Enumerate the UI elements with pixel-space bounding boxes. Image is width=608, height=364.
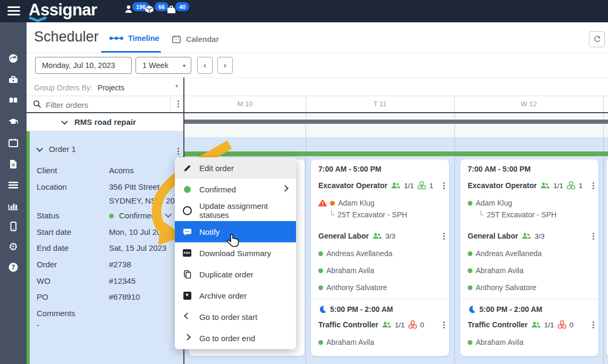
bar-chart-icon[interactable] xyxy=(7,200,19,211)
column-header-m10: M 10 xyxy=(184,96,306,112)
range-select[interactable]: 1 Week ▾ xyxy=(136,57,191,74)
worker-name[interactable]: Abraham Avila xyxy=(476,338,523,346)
project-group-bar[interactable] xyxy=(184,120,608,124)
worker-name[interactable]: Andreas Avellaneda xyxy=(476,249,542,258)
crew-count: 3/3 xyxy=(385,232,395,240)
field-value: SYDNEY, NSW 2000 xyxy=(109,196,184,205)
toolbox-icon[interactable] xyxy=(7,74,19,86)
menu-item-archive-order[interactable]: Archive order xyxy=(175,285,296,306)
field-label: Client xyxy=(37,166,57,175)
role-kebab-icon[interactable] xyxy=(593,324,594,326)
phone-icon[interactable] xyxy=(7,221,19,232)
day-card-t11[interactable]: 7:00 AM - 5:00 PM Excavator Operator 1/1… xyxy=(311,159,449,356)
menu-item-go-to-order-end[interactable]: Go to order end xyxy=(175,327,296,349)
chevron-down-icon[interactable] xyxy=(61,118,68,125)
field-value: #678910 xyxy=(109,292,140,301)
group-orders-by[interactable]: Group Orders By: Projects xyxy=(34,83,124,92)
role-kebab-icon[interactable] xyxy=(443,235,445,237)
equipment-count: 1 xyxy=(579,182,583,190)
group-orders-by-label: Group Orders By: xyxy=(34,83,92,92)
shift-time: 7:00 AM - 5:00 PM xyxy=(468,165,531,173)
crew-icon xyxy=(382,321,392,328)
prev-week-button[interactable]: ‹ xyxy=(197,57,213,74)
refresh-icon xyxy=(593,36,601,44)
equipment-icon xyxy=(567,181,576,190)
role-kebab-icon[interactable] xyxy=(443,185,445,187)
tab-calendar[interactable]: Calendar xyxy=(171,34,219,45)
order-duration-bar[interactable] xyxy=(184,151,608,156)
field-value: Mon, 10 Jul 2023 xyxy=(109,227,170,236)
next-week-button[interactable]: › xyxy=(217,57,233,74)
worker-name[interactable]: Abraham Avila xyxy=(326,266,374,275)
day-card-w12[interactable]: 7:00 AM - 5:00 PM Excavator Operator 1/1… xyxy=(460,159,598,356)
order-kebab-icon[interactable] xyxy=(178,150,179,152)
field-value: #12345 xyxy=(109,276,136,285)
group-by-caret-icon[interactable]: ▾ xyxy=(175,83,178,89)
equipment-alert-icon xyxy=(408,320,417,329)
archive-icon xyxy=(175,292,199,300)
worker-name[interactable]: Adam Klug xyxy=(338,199,374,207)
menu-item-update-assignment-statuses[interactable]: Update assignment statuses xyxy=(175,200,296,221)
crew-icon xyxy=(540,182,550,189)
role-kebab-icon[interactable] xyxy=(443,324,445,326)
cube-icon[interactable] xyxy=(145,5,154,14)
range-select-value: 1 Week xyxy=(142,61,168,70)
jobs-count-badge[interactable]: 40 xyxy=(174,1,190,12)
status-dot-green-icon xyxy=(175,186,199,193)
menu-item-download-summary[interactable]: PDF Download Summary xyxy=(175,242,296,264)
role-name: Excavator Operator xyxy=(318,181,387,190)
top-bar: Assignar 196 66 40 xyxy=(0,0,608,22)
role-kebab-icon[interactable] xyxy=(593,185,594,187)
field-label: Start date xyxy=(37,227,71,236)
menu-item-go-to-order-start[interactable]: Go to order start xyxy=(175,306,296,327)
role-name: Traffic Controller xyxy=(468,320,528,329)
menu-item-confirmed[interactable]: Confirmed xyxy=(175,179,296,200)
help-icon[interactable]: ? xyxy=(7,261,19,273)
crew-count: 1/1 xyxy=(404,182,414,190)
tab-calendar-label: Calendar xyxy=(186,35,219,44)
menu-item-edit-order[interactable]: Edit order xyxy=(175,157,296,179)
status-value[interactable]: Confirmed xyxy=(119,211,156,220)
hands-icon[interactable] xyxy=(7,95,19,106)
list-icon[interactable] xyxy=(7,180,19,191)
chevron-down-icon: ▾ xyxy=(183,63,185,69)
gear-icon[interactable]: ⚙ xyxy=(7,241,19,252)
project-group-row[interactable]: RMS road repair xyxy=(27,113,183,131)
equipment-count: 0 xyxy=(570,321,574,329)
worker-name[interactable]: Anthony Salvatore xyxy=(476,283,536,292)
graduation-cap-icon[interactable] xyxy=(7,116,19,128)
document-icon[interactable] xyxy=(7,158,19,170)
gauge-icon[interactable] xyxy=(7,53,19,64)
calendar-icon[interactable] xyxy=(7,137,19,149)
project-group-name: RMS road repair xyxy=(74,117,136,126)
equipment-count: 0 xyxy=(420,321,425,329)
field-value: #2738 xyxy=(109,260,131,269)
role-kebab-icon[interactable] xyxy=(593,235,594,237)
shift-time: 7:00 AM - 5:00 PM xyxy=(318,165,382,173)
copy-icon xyxy=(175,270,199,278)
warning-icon xyxy=(318,199,327,207)
field-label: Order xyxy=(37,260,57,269)
worker-name[interactable]: Andreas Avellaneda xyxy=(326,249,392,258)
tab-timeline-label: Timeline xyxy=(128,34,159,43)
filter-kebab-icon[interactable] xyxy=(178,103,179,105)
field-label: End date xyxy=(37,243,69,252)
order-context-menu: Edit order Confirmed Update assignment s… xyxy=(175,157,296,349)
crew-icon xyxy=(391,182,401,189)
worker-name[interactable]: Adam Klug xyxy=(476,199,512,207)
hamburger-menu-icon[interactable] xyxy=(7,6,20,16)
refresh-button[interactable] xyxy=(589,31,605,47)
worker-name[interactable]: Abraham Avila xyxy=(476,266,523,275)
date-input[interactable] xyxy=(35,57,132,74)
worker-name[interactable]: Abraham Avila xyxy=(326,338,374,346)
field-label: PO xyxy=(37,292,48,301)
tab-timeline[interactable]: Timeline xyxy=(109,34,159,43)
crew-count: 3/3 xyxy=(535,232,545,240)
menu-item-notify[interactable]: Notify xyxy=(175,221,296,242)
chevron-left-icon xyxy=(175,315,199,318)
shift-time: 5:00 PM - 2:00 AM xyxy=(479,305,543,314)
role-name: Excavator Operator xyxy=(468,181,537,190)
filter-orders-input[interactable] xyxy=(45,97,166,112)
menu-item-duplicate-order[interactable]: Duplicate order xyxy=(175,264,296,285)
worker-name[interactable]: Anthony Salvatore xyxy=(326,283,387,292)
